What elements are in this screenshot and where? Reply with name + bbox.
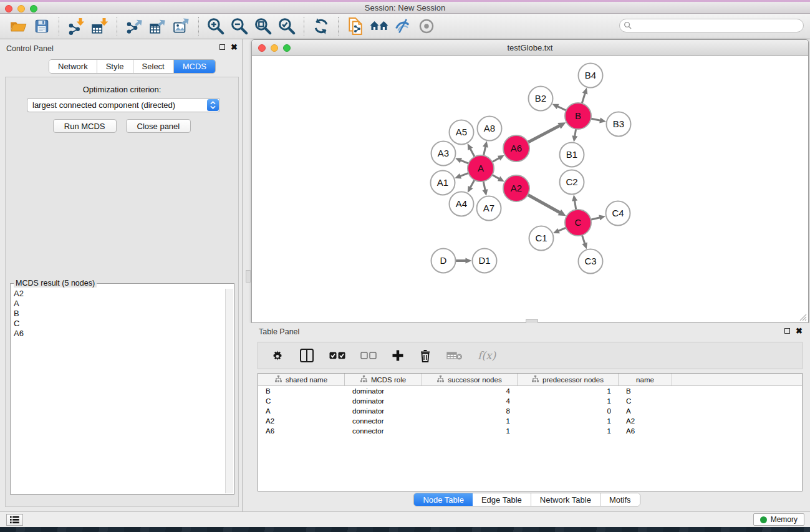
graph-node-A6[interactable]: A6	[503, 135, 529, 162]
close-panel-icon[interactable]: ✖	[231, 44, 238, 50]
duplicate-network-icon[interactable]	[344, 16, 367, 37]
cell-shared-name: A6	[258, 426, 345, 436]
graph-node-A7[interactable]: A7	[477, 196, 501, 221]
mcds-panel: Optimization criterion: largest connecte…	[5, 77, 239, 507]
network-canvas[interactable]: B4B2BB3A8A5A6A3B1AC2A1A2A4A7C4CC1DC3D1	[252, 56, 808, 322]
run-mcds-button[interactable]: Run MCDS	[53, 119, 117, 133]
graph-node-A8[interactable]: A8	[478, 117, 502, 141]
svg-text:B: B	[575, 110, 581, 121]
graph-node-C3[interactable]: C3	[579, 249, 603, 274]
settings-gear-icon[interactable]	[271, 349, 284, 362]
graph-node-C[interactable]: C	[565, 210, 591, 236]
tab-mcds[interactable]: MCDS	[174, 60, 215, 73]
save-session-icon[interactable]	[30, 16, 54, 37]
zoom-network-button[interactable]	[283, 44, 291, 52]
network-graph[interactable]: B4B2BB3A8A5A6A3B1AC2A1A2A4A7C4CC1DC3D1	[252, 56, 808, 322]
optimization-criterion-select[interactable]: largest connected component (directed)	[27, 98, 220, 112]
import-table-icon[interactable]	[88, 16, 112, 37]
main-titlebar: Session: New Session	[0, 2, 810, 14]
float-panel-icon[interactable]	[219, 44, 225, 50]
mcds-result-item[interactable]: B	[14, 309, 225, 319]
window-controls	[5, 5, 37, 12]
graph-node-C1[interactable]: C1	[529, 226, 554, 251]
toolbar-separator	[304, 17, 304, 36]
table-row[interactable]: A2connector11A2	[258, 416, 802, 426]
graph-node-B[interactable]: B	[565, 103, 591, 129]
graph-node-A2[interactable]: A2	[503, 175, 529, 201]
minimize-window-button[interactable]	[17, 5, 25, 12]
open-file-icon[interactable]	[6, 16, 30, 37]
mcds-result-item[interactable]: A	[14, 299, 225, 309]
search-input[interactable]	[619, 19, 804, 32]
tab-edge-table[interactable]: Edge Table	[473, 493, 531, 506]
close-window-button[interactable]	[5, 5, 12, 12]
graph-node-A3[interactable]: A3	[432, 142, 456, 166]
zoom-out-icon[interactable]	[228, 16, 251, 37]
graph-node-D1[interactable]: D1	[473, 249, 497, 273]
edge-arrowhead	[483, 189, 488, 196]
vertical-splitter-grip[interactable]	[246, 270, 251, 283]
memory-button[interactable]: Memory	[753, 513, 804, 526]
graph-node-A1[interactable]: A1	[431, 171, 455, 195]
graph-node-D[interactable]: D	[432, 249, 456, 273]
minimize-network-button[interactable]	[271, 44, 278, 52]
table-row[interactable]: A6connector11A6	[258, 426, 802, 436]
result-scrollbar[interactable]	[225, 289, 233, 493]
close-table-panel-icon[interactable]: ✖	[796, 328, 803, 334]
graph-node-B4[interactable]: B4	[579, 64, 603, 88]
export-table-icon[interactable]	[146, 16, 170, 37]
close-panel-button[interactable]: Close panel	[126, 119, 191, 133]
tab-select[interactable]: Select	[133, 60, 174, 73]
function-builder-icon[interactable]: f(x)	[478, 349, 496, 362]
home-icon[interactable]	[367, 16, 391, 37]
zoom-fit-icon[interactable]	[251, 16, 275, 37]
split-table-icon[interactable]	[299, 349, 314, 362]
add-column-icon[interactable]	[392, 349, 404, 362]
table-row[interactable]: Cdominator41C	[258, 396, 802, 406]
delete-column-icon[interactable]	[419, 349, 432, 362]
import-network-icon[interactable]	[64, 16, 88, 37]
zoom-in-icon[interactable]	[204, 16, 228, 37]
column-header-MCDS-role[interactable]: MCDS role	[345, 374, 422, 385]
shared-column-icon	[360, 375, 367, 384]
zoom-window-button[interactable]	[30, 5, 37, 12]
export-network-icon[interactable]	[122, 16, 146, 37]
tab-network-table[interactable]: Network Table	[531, 493, 600, 506]
tab-style[interactable]: Style	[97, 60, 133, 73]
task-history-button[interactable]	[6, 514, 23, 526]
export-image-icon[interactable]	[170, 16, 193, 37]
graph-node-C4[interactable]: C4	[606, 201, 630, 226]
cell-successor-nodes: 4	[422, 386, 518, 396]
mcds-result-item[interactable]: A6	[14, 329, 225, 339]
unselect-all-icon[interactable]	[360, 351, 377, 360]
zoom-selected-icon[interactable]	[275, 16, 299, 37]
tab-node-table[interactable]: Node Table	[414, 493, 473, 506]
network-window-titlebar[interactable]: testGlobe.txt	[252, 40, 808, 56]
delete-table-icon[interactable]	[446, 351, 463, 360]
graph-node-A4[interactable]: A4	[450, 192, 474, 216]
edge-arrowhead	[572, 135, 577, 142]
refresh-icon[interactable]	[309, 16, 333, 37]
graph-node-B3[interactable]: B3	[607, 112, 631, 137]
column-header-name[interactable]: name	[619, 374, 672, 385]
graph-node-A5[interactable]: A5	[450, 120, 474, 145]
graph-node-B1[interactable]: B1	[560, 143, 584, 167]
table-row[interactable]: Adominator80A	[258, 406, 802, 416]
mcds-result-item[interactable]: C	[14, 319, 225, 329]
graph-node-C2[interactable]: C2	[560, 170, 584, 195]
column-header-successor-nodes[interactable]: successor nodes	[422, 374, 518, 385]
column-header-predecessor-nodes[interactable]: predecessor nodes	[518, 374, 619, 385]
graph-node-B2[interactable]: B2	[529, 87, 553, 111]
table-row[interactable]: Bdominator41B	[258, 386, 802, 396]
tab-motifs[interactable]: Motifs	[600, 493, 640, 506]
graph-node-A[interactable]: A	[468, 155, 494, 181]
column-header-shared-name[interactable]: shared name	[258, 374, 345, 385]
resize-grip-icon[interactable]	[799, 313, 807, 321]
float-table-panel-icon[interactable]	[784, 328, 790, 334]
mcds-result-item[interactable]: A2	[14, 289, 225, 299]
hide-panel-icon[interactable]	[391, 16, 415, 37]
close-network-button[interactable]	[258, 44, 266, 52]
select-all-icon[interactable]	[329, 351, 345, 360]
show-eye-icon[interactable]	[415, 16, 438, 37]
tab-network[interactable]: Network	[49, 60, 97, 73]
